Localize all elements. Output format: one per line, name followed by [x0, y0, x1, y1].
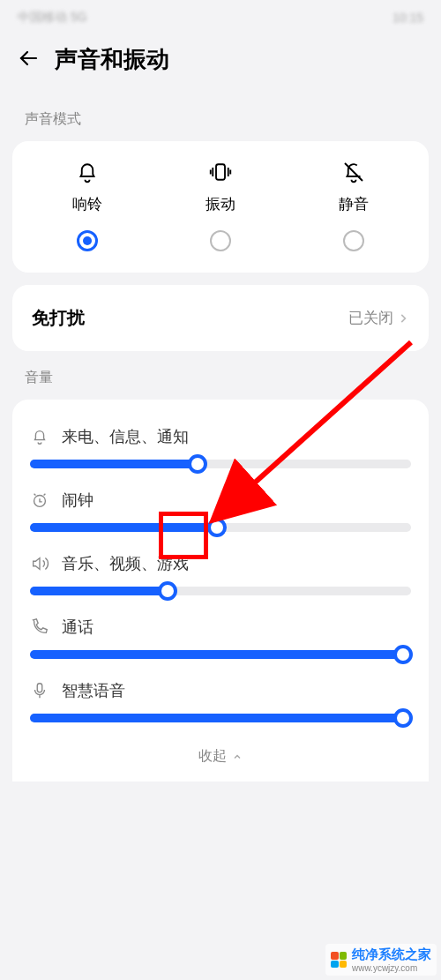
- svg-rect-0: [216, 164, 225, 180]
- slider-thumb[interactable]: [393, 708, 413, 728]
- app-bar: 声音和振动: [0, 35, 441, 93]
- sound-mode-vibrate[interactable]: 振动: [154, 159, 288, 251]
- sound-mode-card: 响铃 振动 静音: [12, 141, 429, 273]
- volume-slider-call[interactable]: [30, 650, 411, 659]
- dnd-status: 已关闭: [348, 308, 409, 328]
- watermark: 纯净系统之家 www.ycwjzy.com: [325, 944, 437, 976]
- bell-off-icon: [340, 159, 367, 185]
- dnd-status-text: 已关闭: [348, 308, 393, 328]
- chevron-right-icon: [397, 312, 409, 325]
- section-label-sound-mode: 声音模式: [0, 93, 441, 141]
- phone-icon: [30, 617, 49, 637]
- clock-icon: [30, 490, 49, 510]
- watermark-text: 纯净系统之家: [352, 946, 431, 963]
- volume-row-call: 通话: [30, 608, 411, 671]
- volume-card: 来电、信息、通知 闹钟 音乐、视频、游戏: [12, 400, 429, 782]
- dnd-title: 免打扰: [32, 306, 85, 330]
- volume-label: 来电、信息、通知: [62, 426, 189, 447]
- mic-icon: [30, 681, 49, 700]
- volume-label: 音乐、视频、游戏: [62, 553, 189, 574]
- slider-thumb[interactable]: [207, 518, 227, 537]
- volume-label: 闹钟: [62, 490, 93, 511]
- page-title: 声音和振动: [55, 44, 169, 75]
- volume-slider-alarm[interactable]: [30, 523, 411, 532]
- status-right: 10:15: [392, 11, 423, 25]
- slider-fill: [30, 587, 168, 595]
- slider-thumb[interactable]: [158, 581, 177, 601]
- slider-fill: [30, 460, 198, 468]
- chevron-up-icon: [232, 752, 243, 762]
- bell-icon: [30, 427, 49, 446]
- vibrate-icon: [207, 159, 234, 185]
- windows-icon: [331, 952, 347, 968]
- slider-fill: [30, 714, 411, 722]
- mode-label: 静音: [339, 194, 369, 214]
- mode-label: 响铃: [72, 194, 102, 214]
- status-bar: 中国移动 5G 10:15: [0, 0, 441, 35]
- back-icon[interactable]: [18, 48, 39, 72]
- collapse-label: 收起: [198, 747, 227, 766]
- sound-mode-ring[interactable]: 响铃: [21, 159, 154, 251]
- dnd-row[interactable]: 免打扰 已关闭: [12, 285, 429, 351]
- radio-selected[interactable]: [77, 230, 98, 251]
- volume-slider-ringtone[interactable]: [30, 460, 411, 468]
- volume-label: 智慧语音: [62, 680, 125, 701]
- sound-mode-silent[interactable]: 静音: [287, 159, 420, 251]
- slider-fill: [30, 523, 217, 532]
- volume-slider-voice[interactable]: [30, 714, 411, 722]
- volume-row-media: 音乐、视频、游戏: [30, 544, 411, 608]
- volume-row-voice: 智慧语音: [30, 671, 411, 735]
- slider-thumb[interactable]: [188, 454, 207, 474]
- radio[interactable]: [343, 230, 364, 251]
- speaker-icon: [30, 554, 49, 573]
- slider-thumb[interactable]: [393, 645, 413, 664]
- volume-label: 通话: [62, 617, 93, 638]
- slider-fill: [30, 650, 411, 659]
- volume-slider-media[interactable]: [30, 587, 411, 595]
- volume-row-alarm: 闹钟: [30, 481, 411, 544]
- bell-icon: [74, 159, 101, 185]
- section-label-volume: 音量: [0, 351, 441, 400]
- radio[interactable]: [210, 230, 231, 251]
- svg-rect-2: [37, 684, 42, 692]
- collapse-button[interactable]: 收起: [30, 735, 411, 769]
- status-left: 中国移动 5G: [18, 10, 87, 26]
- watermark-url: www.ycwjzy.com: [352, 963, 431, 973]
- volume-row-ringtone: 来电、信息、通知: [30, 417, 411, 481]
- mode-label: 振动: [206, 194, 235, 214]
